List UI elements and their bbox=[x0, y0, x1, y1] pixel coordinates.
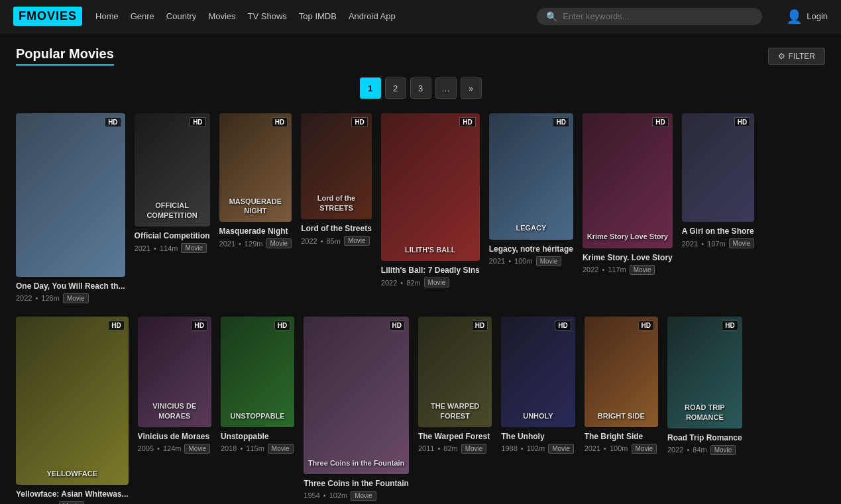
movie-title: Road Trip Romance bbox=[667, 433, 742, 442]
page-content: Popular Movies ⚙ FILTER 1 2 3 … » HD One… bbox=[0, 33, 841, 504]
logo[interactable]: FMOVIES bbox=[13, 7, 82, 26]
movie-year: 2022 bbox=[667, 446, 683, 454]
nav-links: Home Genre Country Movies TV Shows Top I… bbox=[95, 11, 396, 21]
movie-dot: • bbox=[154, 244, 156, 252]
movie-dot: • bbox=[35, 294, 38, 302]
movie-meta: 2011 • 82m Movie bbox=[418, 444, 492, 454]
movie-poster: HD VINICIUS DE MORAES bbox=[138, 317, 211, 427]
hd-badge: HD bbox=[459, 117, 475, 127]
movie-title: Three Coins in the Fountain bbox=[304, 479, 409, 488]
navbar: FMOVIES Home Genre Country Movies TV Sho… bbox=[0, 0, 841, 33]
movie-meta: 2022 • 126m Movie bbox=[16, 293, 125, 303]
movie-dot: • bbox=[602, 266, 604, 274]
nav-android[interactable]: Android App bbox=[349, 11, 396, 21]
nav-topidb[interactable]: Top IMDB bbox=[299, 11, 337, 21]
movie-title: Vinicius de Moraes bbox=[138, 432, 211, 441]
movie-card[interactable]: HD One Day, You Will Reach th... 2022 • … bbox=[16, 113, 125, 303]
movie-duration: 102m bbox=[527, 444, 545, 452]
movie-card[interactable]: HD Krime Story Love Story Krime Story. L… bbox=[583, 113, 673, 303]
movie-year: 2021 bbox=[135, 244, 150, 252]
movie-year: 2021 bbox=[682, 240, 698, 248]
movie-grid-row2: HD YELLOWFACE Yellowface: Asian Whitewas… bbox=[16, 317, 825, 504]
pagination: 1 2 3 … » bbox=[16, 77, 825, 99]
movie-meta: 2022 • 84m Movie bbox=[667, 445, 742, 455]
movie-dot: • bbox=[321, 237, 323, 245]
filter-icon: ⚙ bbox=[778, 52, 785, 61]
page-btn-next[interactable]: » bbox=[461, 77, 482, 99]
nav-home[interactable]: Home bbox=[95, 11, 119, 21]
movie-year: 2022 bbox=[381, 279, 397, 287]
movie-dot: • bbox=[157, 444, 160, 452]
poster-text: ROAD TRIP ROMANCE bbox=[667, 403, 742, 422]
movie-dot: • bbox=[687, 446, 689, 454]
movie-meta: 2021 • 100m Movie bbox=[489, 256, 573, 266]
movie-card[interactable]: HD LEGACY Legacy, notre héritage 2021 • … bbox=[489, 113, 573, 303]
movie-meta: 2022 • 85m Movie bbox=[301, 236, 372, 246]
movie-duration: 117m bbox=[608, 266, 626, 274]
movie-tag: Movie bbox=[63, 293, 89, 303]
nav-country[interactable]: Country bbox=[166, 11, 197, 21]
movie-year: 2021 bbox=[489, 257, 505, 265]
movie-poster: HD bbox=[16, 113, 125, 277]
movie-card[interactable]: HD MASQUERADE NIGHT Masquerade Night 202… bbox=[219, 113, 292, 303]
movie-duration: 115m bbox=[246, 444, 264, 452]
filter-button[interactable]: ⚙ FILTER bbox=[768, 48, 825, 65]
movie-duration: 124m bbox=[163, 444, 182, 452]
movie-tag: Movie bbox=[344, 236, 370, 246]
movie-card[interactable]: HD BRIGHT SIDE The Bright Side 2021 • 10… bbox=[585, 317, 658, 504]
poster-text: UNHOLY bbox=[501, 411, 575, 421]
movie-title: The Unholy bbox=[501, 432, 575, 441]
movie-title: Krime Story. Love Story bbox=[583, 253, 673, 262]
nav-movies[interactable]: Movies bbox=[208, 11, 235, 21]
hd-badge: HD bbox=[274, 321, 290, 330]
movie-card[interactable]: HD Three Coins in the Fountain Three Coi… bbox=[304, 317, 409, 504]
nav-genre[interactable]: Genre bbox=[131, 11, 154, 21]
user-icon: 👤 bbox=[786, 9, 803, 25]
movie-card[interactable]: HD VINICIUS DE MORAES Vinicius de Moraes… bbox=[138, 317, 211, 504]
login-label[interactable]: Login bbox=[807, 11, 828, 21]
movie-card[interactable]: HD Lord of the STREETS Lord of the Stree… bbox=[301, 113, 372, 303]
movie-duration: 129m bbox=[245, 240, 263, 248]
movie-card[interactable]: HD OFFICIAL COMPETITION Official Competi… bbox=[135, 113, 210, 303]
movie-card[interactable]: HD UNSTOPPABLE Unstoppable 2018 • 115m M… bbox=[221, 317, 294, 504]
movie-dot: • bbox=[240, 444, 243, 452]
movie-year: 2018 bbox=[221, 444, 237, 452]
hd-badge: HD bbox=[638, 321, 654, 330]
page-btn-2[interactable]: 2 bbox=[385, 77, 406, 99]
page-btn-1[interactable]: 1 bbox=[360, 77, 381, 99]
nav-tvshows[interactable]: TV Shows bbox=[248, 11, 287, 21]
movie-meta: 1954 • 102m Movie bbox=[304, 491, 409, 501]
search-bar[interactable]: 🔍 bbox=[537, 8, 762, 25]
movie-meta: 2022 • 117m Movie bbox=[583, 265, 673, 275]
hd-badge: HD bbox=[108, 321, 124, 330]
movie-card[interactable]: HD YELLOWFACE Yellowface: Asian Whitewas… bbox=[16, 317, 129, 504]
movie-card[interactable]: HD LILITH'S BALL Lilith's Ball: 7 Deadly… bbox=[381, 113, 480, 303]
movie-tag: Movie bbox=[632, 444, 657, 454]
poster-text: LEGACY bbox=[489, 223, 573, 232]
hd-badge: HD bbox=[190, 117, 205, 127]
hd-badge: HD bbox=[389, 321, 405, 330]
movie-tag: Movie bbox=[268, 444, 294, 454]
search-input[interactable] bbox=[563, 11, 753, 21]
movie-year: 2022 bbox=[16, 294, 32, 302]
movie-dot: • bbox=[701, 240, 704, 248]
poster-text: YELLOWFACE bbox=[16, 469, 129, 478]
login-area[interactable]: 👤 Login bbox=[786, 9, 828, 25]
movie-title: Masquerade Night bbox=[219, 227, 292, 236]
hd-badge: HD bbox=[472, 321, 488, 330]
movie-card[interactable]: HD THE WARPED FOREST The Warped Forest 2… bbox=[418, 317, 492, 504]
movie-poster: HD bbox=[682, 113, 755, 222]
movie-meta: 2021 • 107m Movie bbox=[682, 238, 755, 248]
movie-title: A Girl on the Shore bbox=[682, 227, 755, 236]
movie-card[interactable]: HD ROAD TRIP ROMANCE Road Trip Romance 2… bbox=[667, 317, 742, 504]
page-btn-dots[interactable]: … bbox=[435, 77, 457, 99]
movie-meta: 2021 • 129m Movie bbox=[219, 238, 292, 248]
movie-duration: 82m bbox=[443, 444, 457, 452]
movie-card[interactable]: HD UNHOLY The Unholy 1988 • 102m Movie bbox=[501, 317, 575, 504]
poster-text: BRIGHT SIDE bbox=[585, 411, 658, 421]
movie-card[interactable]: HD A Girl on the Shore 2021 • 107m Movie bbox=[682, 113, 755, 303]
movie-dot: • bbox=[239, 240, 241, 248]
movie-duration: 82m bbox=[406, 279, 420, 287]
page-btn-3[interactable]: 3 bbox=[410, 77, 431, 99]
movie-title: The Bright Side bbox=[585, 432, 658, 441]
